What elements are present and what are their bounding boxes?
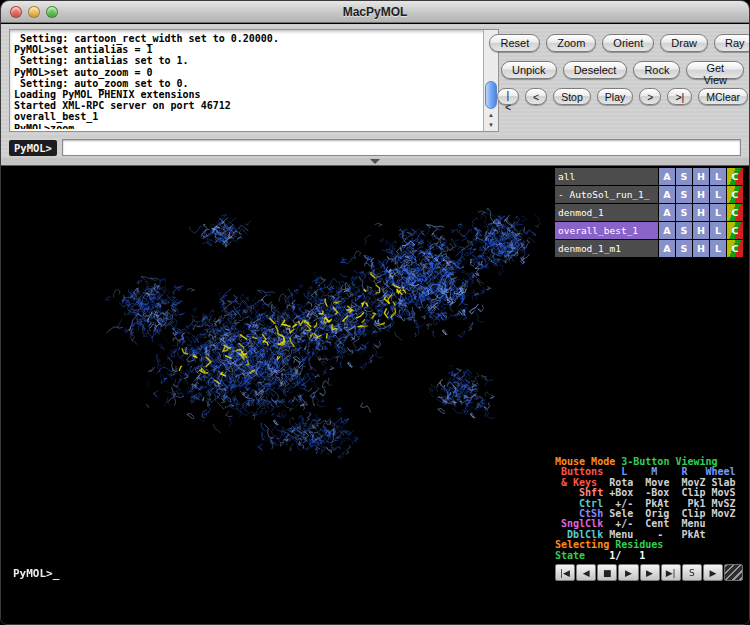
movie-back-button[interactable]: ◀: [576, 564, 596, 581]
object-l-button[interactable]: L: [710, 168, 726, 185]
stop-button[interactable]: Stop: [553, 88, 591, 105]
mouse-panel-line: State 1/ 1: [555, 551, 743, 561]
object-s-button[interactable]: S: [676, 186, 692, 203]
upper-panel: Setting: cartoon_rect_width set to 0.200…: [1, 24, 749, 137]
mouse-panel-text: State: [555, 550, 591, 561]
button-row-1: ResetZoomOrientDrawRay: [501, 34, 744, 52]
console-line: Loading PyMOL PHENIX extensions: [14, 89, 481, 100]
mouse-panel-text: Shft: [555, 487, 609, 498]
movie-fullscreen-button[interactable]: ▶: [703, 564, 723, 581]
object-c-button[interactable]: C: [727, 204, 743, 221]
console-log[interactable]: Setting: cartoon_rect_width set to 0.200…: [9, 29, 499, 132]
titlebar[interactable]: MacPyMOL: [1, 1, 749, 23]
mouse-mode-panel: Mouse Mode 3-Button Viewing Buttons L M …: [555, 457, 743, 561]
command-prompt-label: PyMOL>: [9, 140, 57, 156]
unpick-button[interactable]: Unpick: [501, 61, 557, 79]
object-h-button[interactable]: H: [693, 222, 709, 239]
minimize-button[interactable]: [28, 6, 40, 18]
window-title: MacPyMOL: [1, 5, 749, 19]
play-button[interactable]: Play: [597, 88, 633, 105]
mouse-panel-text: Ctrl: [555, 498, 609, 509]
step-back-button[interactable]: <: [525, 88, 547, 105]
object-s-button[interactable]: S: [676, 222, 692, 239]
object-name[interactable]: denmod_1_m1: [555, 240, 658, 257]
get-view-button[interactable]: Get View: [686, 61, 744, 79]
mouse-panel-text: +/- Cent Menu: [609, 518, 705, 529]
movie-forward-button[interactable]: ▶: [640, 564, 660, 581]
zoom-button[interactable]: Zoom: [546, 34, 596, 52]
object-s-button[interactable]: S: [676, 204, 692, 221]
object-l-button[interactable]: L: [710, 240, 726, 257]
object-c-button[interactable]: C: [727, 240, 743, 257]
object-name[interactable]: overall_best_1: [555, 222, 658, 239]
ray-button[interactable]: Ray: [714, 34, 750, 52]
mouse-panel-text: Selecting: [555, 539, 615, 550]
object-c-button[interactable]: C: [727, 168, 743, 185]
object-row: allASHLC: [555, 168, 743, 185]
scroll-up-icon[interactable]: ▲: [484, 110, 498, 120]
object-l-button[interactable]: L: [710, 204, 726, 221]
object-name[interactable]: denmod_1: [555, 204, 658, 221]
object-name[interactable]: all: [555, 168, 658, 185]
object-h-button[interactable]: H: [693, 204, 709, 221]
main-area: PyMOL>_ allASHLC- AutoSol_run_1_ASHLCden…: [1, 167, 749, 624]
console-line: Setting: antialias set to 1.: [14, 55, 481, 66]
object-row: denmod_1ASHLC: [555, 204, 743, 221]
mouse-panel-text: Sele Orig Clip MovZ: [609, 508, 735, 519]
movie-end-button[interactable]: ▶|: [661, 564, 681, 581]
object-s-button[interactable]: S: [676, 168, 692, 185]
resize-grip[interactable]: [724, 564, 743, 581]
splitter-handle-icon[interactable]: [370, 159, 380, 164]
object-a-button[interactable]: A: [659, 222, 675, 239]
mouse-panel-text: 1/ 1: [591, 550, 645, 561]
orient-button[interactable]: Orient: [602, 34, 654, 52]
object-name[interactable]: - AutoSol_run_1_: [555, 186, 658, 203]
command-input[interactable]: [62, 139, 741, 156]
object-h-button[interactable]: H: [693, 168, 709, 185]
object-a-button[interactable]: A: [659, 204, 675, 221]
movie-rewind-button[interactable]: |◀: [555, 564, 575, 581]
reset-button[interactable]: Reset: [489, 34, 540, 52]
mouse-panel-text: Menu - PkAt: [609, 529, 705, 540]
mouse-panel-text: +Box -Box Clip MovS: [609, 487, 735, 498]
object-a-button[interactable]: A: [659, 240, 675, 257]
object-c-button[interactable]: C: [727, 222, 743, 239]
object-h-button[interactable]: H: [693, 186, 709, 203]
deselect-button[interactable]: Deselect: [563, 61, 628, 79]
console-line: PyMOL>set antialias = 1: [14, 44, 481, 55]
mclear-button[interactable]: MClear: [698, 88, 748, 105]
rock-button[interactable]: Rock: [633, 61, 680, 79]
movie-controls: |◀◀■▶▶▶|S▶: [555, 564, 743, 581]
mouse-panel-text: Mouse Mode: [555, 456, 621, 467]
object-c-button[interactable]: C: [727, 186, 743, 203]
button-row-2: UnpickDeselectRockGet View: [501, 61, 744, 79]
object-s-button[interactable]: S: [676, 240, 692, 257]
object-a-button[interactable]: A: [659, 186, 675, 203]
object-a-button[interactable]: A: [659, 168, 675, 185]
object-h-button[interactable]: H: [693, 240, 709, 257]
viewport-prompt: PyMOL>_: [13, 567, 59, 580]
object-l-button[interactable]: L: [710, 186, 726, 203]
go-to-start-button[interactable]: |<: [497, 88, 519, 105]
mouse-panel-text: Buttons: [555, 466, 609, 477]
close-button[interactable]: [10, 6, 22, 18]
movie-stop-button[interactable]: ■: [597, 564, 617, 581]
movie-play-button[interactable]: ▶: [618, 564, 638, 581]
pane-splitter[interactable]: [1, 158, 749, 166]
mouse-panel-text: & Keys: [555, 477, 603, 488]
console-line: Setting: auto_zoom set to 0.: [14, 78, 481, 89]
mouse-panel-text: CtSh: [555, 508, 609, 519]
button-row-3: |<<StopPlay>>|MClear: [501, 88, 744, 105]
go-to-end-button[interactable]: >|: [667, 88, 692, 105]
viewport-canvas[interactable]: [8, 167, 553, 591]
object-l-button[interactable]: L: [710, 222, 726, 239]
step-forward-button[interactable]: >: [639, 88, 661, 105]
scrollbar-thumb[interactable]: [485, 81, 497, 109]
console-line: Started XML-RPC server on port 46712: [14, 100, 481, 111]
draw-button[interactable]: Draw: [660, 34, 708, 52]
movie-sgui-button[interactable]: S: [682, 564, 702, 581]
scroll-down-icon[interactable]: ▼: [484, 120, 498, 130]
console-line: Setting: cartoon_rect_width set to 0.200…: [14, 33, 481, 44]
maximize-button[interactable]: [46, 6, 58, 18]
viewport: PyMOL>_: [8, 167, 553, 591]
